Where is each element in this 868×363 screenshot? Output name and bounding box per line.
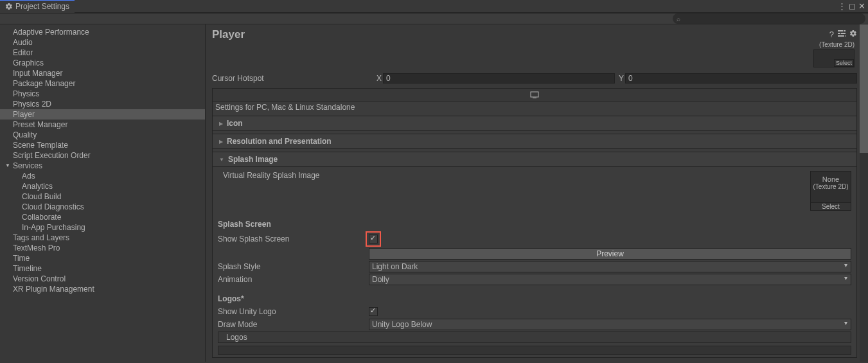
sidebar-item-time[interactable]: Time: [0, 253, 205, 263]
svg-rect-2: [838, 33, 840, 34]
logos-list-body: [218, 346, 851, 355]
sidebar-item-physics[interactable]: Physics: [0, 89, 205, 99]
texture-2d-field: (Texture 2D) Select: [813, 41, 855, 67]
section-splash-image-title: Splash Image: [228, 155, 278, 164]
vr-splash-label: Virtual Reality Splash Image: [218, 171, 369, 180]
animation-select[interactable]: Dolly: [369, 274, 851, 285]
sidebar-item-scene-template[interactable]: Scene Template: [0, 140, 205, 150]
gear-icon: [5, 3, 13, 10]
platform-panel: Settings for PC, Mac & Linux Standalone …: [212, 88, 857, 358]
svg-rect-5: [845, 35, 846, 37]
sidebar-item-preset-manager[interactable]: Preset Manager: [0, 120, 205, 130]
sidebar-item-package-manager[interactable]: Package Manager: [0, 78, 205, 89]
texture-picker[interactable]: Select: [813, 49, 855, 67]
sidebar-item-script-execution-order[interactable]: Script Execution Order: [0, 150, 205, 161]
sidebar-item-cloud-build[interactable]: Cloud Build: [0, 191, 205, 202]
help-icon[interactable]: ?: [829, 30, 834, 39]
chevron-right-icon: ▶: [219, 121, 223, 127]
sidebar-item-ads[interactable]: Ads: [0, 171, 205, 181]
sidebar-item-editor[interactable]: Editor: [0, 48, 205, 58]
page-title: Player: [212, 28, 245, 41]
platform-tab-standalone[interactable]: [213, 89, 856, 102]
show-splash-screen-checkbox[interactable]: [369, 235, 378, 243]
splash-style-select[interactable]: Light on Dark: [369, 261, 851, 272]
tab-bar: Project Settings ⋮ ◻ ✕: [0, 0, 868, 13]
section-splash-image[interactable]: ▼ Splash Image: [213, 152, 856, 167]
cursor-hotspot-label: Cursor Hotspot: [212, 74, 374, 83]
section-icon[interactable]: ▶ Icon: [213, 116, 856, 131]
tab-project-settings[interactable]: Project Settings: [0, 0, 75, 13]
sidebar-item-player[interactable]: Player: [0, 109, 205, 120]
sidebar-item-timeline[interactable]: Timeline: [0, 263, 205, 274]
draw-mode-label: Draw Mode: [218, 320, 369, 329]
vr-texture-none-label: None: [811, 172, 851, 183]
maximize-icon[interactable]: ◻: [849, 2, 856, 10]
chevron-right-icon: ▶: [219, 139, 223, 145]
content: Player ? (Texture 2D) Select: [206, 24, 868, 362]
svg-rect-0: [838, 30, 843, 31]
sidebar-item-input-manager[interactable]: Input Manager: [0, 68, 205, 78]
sidebar-item-analytics[interactable]: Analytics: [0, 181, 205, 191]
sidebar-item-adaptive-performance[interactable]: Adaptive Performance: [0, 27, 205, 37]
menu-icon[interactable]: ⋮: [838, 2, 846, 10]
close-icon[interactable]: ✕: [858, 2, 865, 10]
cursor-x-input[interactable]: [383, 73, 615, 84]
logos-heading: Logos*: [218, 294, 369, 303]
sidebar-item-in-app-purchasing[interactable]: In-App Purchasing: [0, 222, 205, 233]
search-input[interactable]: ⌕: [673, 13, 865, 24]
show-unity-logo-checkbox[interactable]: [369, 307, 378, 316]
cursor-x-label: X: [376, 74, 382, 83]
sidebar-item-version-control[interactable]: Version Control: [0, 274, 205, 284]
cursor-y-input[interactable]: [625, 73, 857, 84]
sidebar-item-tags-and-layers[interactable]: Tags and Layers: [0, 233, 205, 243]
vr-splash-texture: None (Texture 2D) Select: [810, 171, 851, 211]
window-controls: ⋮ ◻ ✕: [838, 2, 868, 10]
animation-label: Animation: [218, 275, 369, 284]
sidebar-item-graphics[interactable]: Graphics: [0, 58, 205, 68]
preview-button[interactable]: Preview: [369, 248, 851, 260]
draw-mode-select[interactable]: Unity Logo Below: [369, 319, 851, 330]
sidebar-item-cloud-diagnostics[interactable]: Cloud Diagnostics: [0, 202, 205, 212]
search-icon: ⌕: [677, 15, 680, 22]
splash-screen-heading: Splash Screen: [218, 220, 369, 229]
section-resolution-title: Resolution and Presentation: [227, 137, 332, 146]
section-resolution[interactable]: ▶ Resolution and Presentation: [213, 134, 856, 149]
vr-texture-2d-label: (Texture 2D): [811, 183, 851, 190]
show-splash-screen-label[interactable]: Show Splash Screen: [218, 235, 369, 243]
logos-list-header[interactable]: Logos: [218, 332, 851, 343]
vr-texture-select-button[interactable]: Select: [811, 202, 851, 210]
settings-small-icon[interactable]: [849, 30, 857, 39]
svg-rect-6: [531, 92, 538, 97]
svg-rect-7: [533, 98, 536, 98]
sidebar-item-xr-plugin-management[interactable]: XR Plugin Management: [0, 284, 205, 294]
tab-title: Project Settings: [15, 2, 69, 11]
sidebar-item-services[interactable]: Services: [0, 161, 205, 171]
svg-rect-3: [841, 33, 846, 34]
section-icon-title: Icon: [227, 119, 243, 128]
sidebar-item-audio[interactable]: Audio: [0, 37, 205, 48]
show-unity-logo-label: Show Unity Logo: [218, 307, 369, 316]
search-row: ⌕: [0, 13, 868, 24]
svg-rect-1: [844, 30, 846, 31]
sidebar-item-physics-2d[interactable]: Physics 2D: [0, 99, 205, 109]
presets-icon[interactable]: [838, 30, 846, 39]
scrollbar-thumb[interactable]: [860, 24, 868, 153]
sidebar-item-quality[interactable]: Quality: [0, 130, 205, 140]
sidebar-item-textmesh-pro[interactable]: TextMesh Pro: [0, 243, 205, 253]
cursor-y-label: Y: [619, 74, 624, 83]
sidebar-item-collaborate[interactable]: Collaborate: [0, 212, 205, 222]
texture-select-button[interactable]: Select: [834, 59, 854, 67]
svg-rect-4: [838, 35, 844, 37]
chevron-down-icon: ▼: [219, 157, 224, 163]
vertical-scrollbar[interactable]: [860, 24, 868, 362]
vr-texture-picker[interactable]: None (Texture 2D) Select: [810, 171, 851, 211]
texture-2d-label: (Texture 2D): [813, 41, 855, 48]
highlight-annotation: [366, 231, 381, 247]
sidebar: Adaptive Performance Audio Editor Graphi…: [0, 24, 206, 362]
platform-label: Settings for PC, Mac & Linux Standalone: [213, 102, 856, 113]
splash-style-label: Splash Style: [218, 262, 369, 271]
